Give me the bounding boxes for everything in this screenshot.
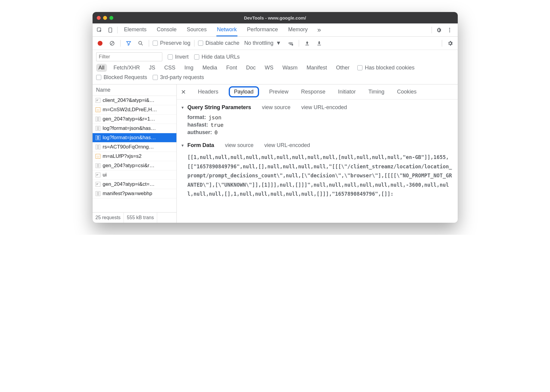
request-detail-pane: ✕ Headers Payload Preview Response Initi… xyxy=(177,84,458,223)
name-column-header[interactable]: Name xyxy=(93,84,176,96)
request-row[interactable]: log?format=json&has… xyxy=(93,133,176,142)
separator xyxy=(299,40,299,47)
formdata-section-title[interactable]: Form Data xyxy=(181,142,214,149)
filter-input[interactable] xyxy=(96,52,162,61)
has-blocked-cookies-label: Has blocked cookies xyxy=(365,65,414,71)
request-name: log?format=json&has… xyxy=(103,125,156,131)
request-name: gen_204?atyp=csi&r… xyxy=(103,163,154,169)
qsp-row: authuser:0 xyxy=(188,129,454,136)
request-name: gen_204?atyp=i&ct=… xyxy=(103,181,155,187)
blocked-requests-label: Blocked Requests xyxy=(104,74,147,81)
inspect-element-icon[interactable] xyxy=(95,26,104,35)
request-row[interactable]: rs=ACT90oFqOrnng… xyxy=(93,142,176,152)
invert-checkbox[interactable]: Invert xyxy=(168,54,189,60)
tab-elements[interactable]: Elements xyxy=(124,23,147,36)
request-row[interactable]: log?format=json&has… xyxy=(93,124,176,133)
request-row[interactable]: gen_204?atyp=i&ct=… xyxy=(93,180,176,189)
minimize-window-button[interactable] xyxy=(103,16,107,20)
qsp-section-title[interactable]: Query String Parameters xyxy=(181,104,251,111)
request-name: log?format=json&has… xyxy=(103,135,156,141)
more-options-icon[interactable] xyxy=(445,26,454,35)
svg-point-7 xyxy=(292,44,293,45)
network-content: Name client_204?&atyp=i&…m=CnSW2d,DPreE,… xyxy=(93,84,458,223)
separator xyxy=(117,27,118,33)
close-detail-icon[interactable]: ✕ xyxy=(181,88,186,96)
tab-sources[interactable]: Sources xyxy=(186,23,207,36)
formdata-view-source[interactable]: view source xyxy=(225,142,253,149)
third-party-checkbox[interactable]: 3rd-party requests xyxy=(153,74,204,81)
formdata-body: [[1,null,null,null,null,null,null,null,n… xyxy=(188,153,454,199)
separator xyxy=(442,40,442,47)
tab-network[interactable]: Network xyxy=(216,23,237,36)
tab-performance[interactable]: Performance xyxy=(246,23,279,36)
type-other[interactable]: Other xyxy=(334,64,352,72)
doc-file-icon xyxy=(96,163,100,168)
request-row[interactable]: m=CnSW2d,DPreE,H… xyxy=(93,105,176,115)
detail-tab-initiator[interactable]: Initiator xyxy=(336,87,358,96)
detail-tab-payload[interactable]: Payload xyxy=(229,86,259,97)
blocked-requests-checkbox[interactable]: Blocked Requests xyxy=(96,74,147,81)
type-wasm[interactable]: Wasm xyxy=(280,64,300,72)
window-title: DevTools - www.google.com/ xyxy=(93,15,458,20)
detail-tab-headers[interactable]: Headers xyxy=(196,87,221,96)
doc-file-icon xyxy=(96,145,100,149)
detail-tab-preview[interactable]: Preview xyxy=(267,87,291,96)
more-tabs-icon[interactable]: » xyxy=(317,26,321,34)
clear-icon[interactable] xyxy=(108,39,117,48)
separator xyxy=(194,40,194,47)
detail-tab-cookies[interactable]: Cookies xyxy=(395,87,419,96)
request-name: m=CnSW2d,DPreE,H… xyxy=(103,107,157,113)
type-img[interactable]: Img xyxy=(182,64,196,72)
type-ws[interactable]: WS xyxy=(262,64,276,72)
tab-memory[interactable]: Memory xyxy=(288,23,308,36)
detail-tab-timing[interactable]: Timing xyxy=(366,87,387,96)
svg-rect-1 xyxy=(109,28,112,32)
tab-console[interactable]: Console xyxy=(156,23,177,36)
hide-data-urls-label: Hide data URLs xyxy=(202,54,240,60)
request-row[interactable]: client_204?&atyp=i&… xyxy=(93,96,176,105)
filter-icon[interactable] xyxy=(124,39,133,48)
svg-point-2 xyxy=(449,28,450,29)
formdata-view-url-encoded[interactable]: view URL-encoded xyxy=(264,142,310,149)
type-font[interactable]: Font xyxy=(224,64,240,72)
request-row[interactable]: m=aLUfP?xjs=s2 xyxy=(93,152,176,161)
download-har-icon[interactable] xyxy=(315,39,324,48)
qsp-view-source[interactable]: view source xyxy=(262,104,290,111)
network-conditions-icon[interactable] xyxy=(286,39,295,48)
type-css[interactable]: CSS xyxy=(162,64,178,72)
qsp-view-url-encoded[interactable]: view URL-encoded xyxy=(301,104,347,111)
status-request-count: 25 requests xyxy=(93,213,124,223)
has-blocked-cookies-checkbox[interactable]: Has blocked cookies xyxy=(357,65,414,71)
type-doc[interactable]: Doc xyxy=(244,64,258,72)
request-row[interactable]: ui xyxy=(93,170,176,180)
settings-icon[interactable] xyxy=(434,26,443,35)
detail-body: Query String Parameters view source view… xyxy=(177,100,458,223)
request-row[interactable]: manifest?pwa=webhp xyxy=(93,189,176,198)
close-window-button[interactable] xyxy=(97,16,101,20)
request-row[interactable]: gen_204?atyp=csi&r… xyxy=(93,161,176,170)
request-row[interactable]: gen_204?atyp=i&r=1… xyxy=(93,115,176,124)
zoom-window-button[interactable] xyxy=(109,16,113,20)
type-all[interactable]: All xyxy=(96,64,107,72)
device-toolbar-icon[interactable] xyxy=(106,26,115,35)
network-settings-icon[interactable] xyxy=(446,39,455,48)
svg-point-4 xyxy=(449,31,450,32)
qsp-value: true xyxy=(211,122,224,128)
doc-file-icon xyxy=(96,135,100,140)
type-js[interactable]: JS xyxy=(147,64,158,72)
upload-har-icon[interactable] xyxy=(303,39,312,48)
js-file-icon xyxy=(96,107,100,112)
request-name: m=aLUfP?xjs=s2 xyxy=(103,153,142,159)
disable-cache-checkbox[interactable]: Disable cache xyxy=(198,40,240,46)
type-media[interactable]: Media xyxy=(200,64,220,72)
type-manifest[interactable]: Manifest xyxy=(304,64,329,72)
throttling-select[interactable]: No throttling ▼ xyxy=(243,40,283,46)
record-button[interactable] xyxy=(96,39,105,48)
hide-data-urls-checkbox[interactable]: Hide data URLs xyxy=(194,54,240,60)
preserve-log-checkbox[interactable]: Preserve log xyxy=(153,40,191,46)
chevron-down-icon: ▼ xyxy=(276,40,281,46)
detail-tab-response[interactable]: Response xyxy=(299,87,328,96)
type-fetch-xhr[interactable]: Fetch/XHR xyxy=(111,64,142,72)
separator xyxy=(120,40,121,47)
search-icon[interactable] xyxy=(136,39,145,48)
